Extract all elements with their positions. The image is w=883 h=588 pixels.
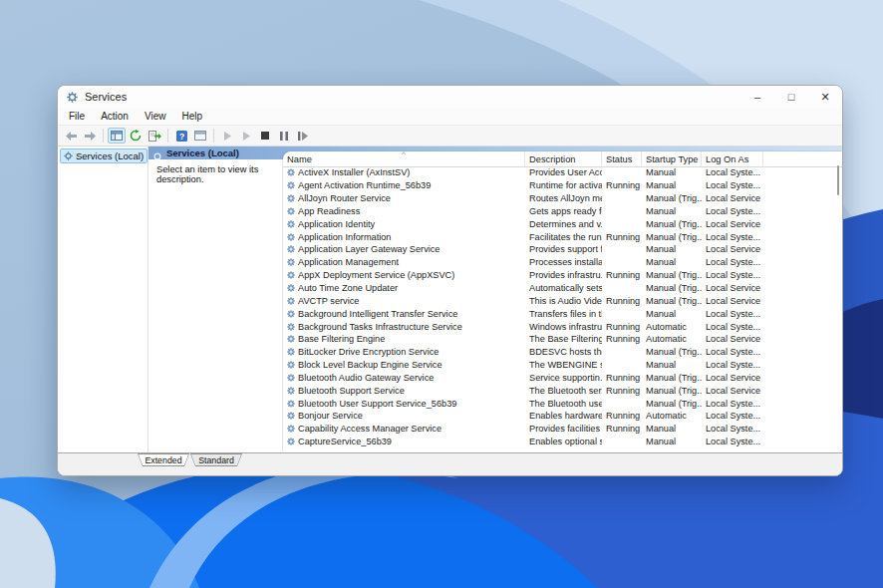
menu-item-file[interactable]: File xyxy=(61,108,93,125)
cell-description: Determines and v... xyxy=(525,219,602,229)
refresh-icon[interactable] xyxy=(127,128,145,144)
cell-name[interactable]: Auto Time Zone Updater xyxy=(283,283,525,293)
table-row[interactable]: Capability Access Manager ServiceProvide… xyxy=(283,423,842,436)
show-console-tree-icon[interactable] xyxy=(108,128,126,144)
cell-startup-type: Manual (Trig... xyxy=(642,270,702,280)
resume-service-icon[interactable] xyxy=(237,128,255,144)
minimize-button[interactable]: – xyxy=(740,86,774,108)
stop-service-icon[interactable] xyxy=(256,128,274,144)
cell-status: Running xyxy=(602,373,642,383)
vertical-scrollbar[interactable] xyxy=(837,165,839,195)
tab-standard[interactable]: Standard xyxy=(190,453,242,466)
table-row[interactable]: ActiveX Installer (AxInstSV)Provides Use… xyxy=(283,166,842,179)
cell-log-on-as: Local Service xyxy=(702,193,763,203)
help-icon[interactable]: ? xyxy=(172,128,190,144)
cell-log-on-as: Local Syste... xyxy=(702,206,763,216)
cell-name[interactable]: Application Information xyxy=(283,232,525,242)
cell-name[interactable]: Block Level Backup Engine Service xyxy=(283,360,525,370)
service-gear-icon xyxy=(287,258,295,266)
table-row[interactable]: AppX Deployment Service (AppXSVC)Provide… xyxy=(283,269,842,282)
cell-name[interactable]: BitLocker Drive Encryption Service xyxy=(283,347,525,357)
menu-item-help[interactable]: Help xyxy=(173,108,210,125)
forward-icon[interactable] xyxy=(81,128,99,144)
table-row[interactable]: CaptureService_56b39Enables optional s..… xyxy=(283,436,842,448)
column-header-description[interactable]: Description xyxy=(525,151,602,166)
column-header-name[interactable]: Name^ xyxy=(283,151,525,166)
cell-log-on-as: Local Syste... xyxy=(702,347,763,357)
tab-extended-label: Extended xyxy=(139,454,188,465)
cell-name[interactable]: ActiveX Installer (AxInstSV) xyxy=(283,167,525,177)
table-row[interactable]: Agent Activation Runtime_56b39Runtime fo… xyxy=(283,179,842,192)
start-service-icon[interactable] xyxy=(218,128,236,144)
services-list-area: Name^DescriptionStatusStartup TypeLog On… xyxy=(283,151,842,452)
tree-item-services-local[interactable]: Services (Local) xyxy=(60,148,147,163)
tab-extended[interactable]: Extended xyxy=(138,453,189,466)
cell-description: Transfers files in th... xyxy=(525,309,602,319)
table-row[interactable]: BitLocker Drive Encryption ServiceBDESVC… xyxy=(283,346,842,359)
cell-description: Routes AllJoyn me... xyxy=(525,193,602,203)
cell-description: BDESVC hosts the ... xyxy=(525,347,602,357)
column-header-startup-type[interactable]: Startup Type xyxy=(642,151,702,166)
cell-name[interactable]: Bluetooth User Support Service_56b39 xyxy=(283,399,525,409)
pause-service-icon[interactable] xyxy=(275,128,293,144)
column-header-status[interactable]: Status xyxy=(602,151,642,166)
cell-status: Running xyxy=(602,411,642,421)
menubar: FileActionViewHelp xyxy=(58,108,842,126)
service-name-label: App Readiness xyxy=(298,206,360,216)
cell-log-on-as: Local Syste... xyxy=(702,309,763,319)
table-row[interactable]: Auto Time Zone UpdaterAutomatically sets… xyxy=(283,282,842,295)
cell-name[interactable]: AVCTP service xyxy=(283,296,525,306)
cell-status: Running xyxy=(602,386,642,396)
cell-name[interactable]: CaptureService_56b39 xyxy=(283,437,525,446)
table-row[interactable]: AllJoyn Router ServiceRoutes AllJoyn me.… xyxy=(283,192,842,205)
cell-name[interactable]: Bonjour Service xyxy=(283,411,525,421)
table-row[interactable]: Application IdentityDetermines and v...M… xyxy=(283,217,842,230)
cell-log-on-as: Local Syste... xyxy=(702,180,763,190)
cell-name[interactable]: Bluetooth Audio Gateway Service xyxy=(283,373,525,383)
cell-name[interactable]: Background Tasks Infrastructure Service xyxy=(283,322,525,332)
table-row[interactable]: Block Level Backup Engine ServiceThe WBE… xyxy=(283,359,842,372)
cell-description: Facilitates the run... xyxy=(525,232,602,242)
table-row[interactable]: Application ManagementProcesses installa… xyxy=(283,256,842,269)
cell-name[interactable]: AppX Deployment Service (AppXSVC) xyxy=(283,270,525,280)
cell-description: Provides facilities ... xyxy=(525,424,602,434)
menu-item-view[interactable]: View xyxy=(137,108,174,125)
table-row[interactable]: Application Layer Gateway ServiceProvide… xyxy=(283,243,842,256)
menu-item-action[interactable]: Action xyxy=(93,108,137,125)
cell-name[interactable]: Bluetooth Support Service xyxy=(283,386,525,396)
cell-name[interactable]: Capability Access Manager Service xyxy=(283,424,525,434)
cell-name[interactable]: Agent Activation Runtime_56b39 xyxy=(283,180,525,190)
table-row[interactable]: Background Tasks Infrastructure ServiceW… xyxy=(283,320,842,333)
cell-name[interactable]: AllJoyn Router Service xyxy=(283,193,525,203)
cell-name[interactable]: Application Management xyxy=(283,257,525,267)
table-row[interactable]: Application InformationFacilitates the r… xyxy=(283,230,842,243)
close-button[interactable]: ✕ xyxy=(808,86,842,108)
pane-header-title: Services (Local) xyxy=(166,147,239,158)
table-row[interactable]: AVCTP serviceThis is Audio Vide...Runnin… xyxy=(283,294,842,307)
export-list-icon[interactable] xyxy=(146,128,163,144)
cell-log-on-as: Local Service xyxy=(702,219,763,229)
cell-startup-type: Manual (Trig... xyxy=(642,296,702,306)
table-row[interactable]: Bluetooth Support ServiceThe Bluetooth s… xyxy=(283,384,842,397)
services-gear-icon xyxy=(67,92,78,103)
table-row[interactable]: App ReadinessGets apps ready fo...Manual… xyxy=(283,205,842,218)
cell-name[interactable]: Base Filtering Engine xyxy=(283,334,525,344)
cell-startup-type: Manual xyxy=(642,424,702,434)
table-row[interactable]: Background Intelligent Transfer ServiceT… xyxy=(283,307,842,320)
table-row[interactable]: Bluetooth User Support Service_56b39The … xyxy=(283,397,842,410)
cell-name[interactable]: App Readiness xyxy=(283,206,525,216)
cell-name[interactable]: Application Identity xyxy=(283,219,525,229)
table-row[interactable]: Bonjour ServiceEnables hardware ...Runni… xyxy=(283,410,842,423)
maximize-button[interactable]: □ xyxy=(774,86,808,108)
cell-status: Running xyxy=(602,334,642,344)
table-row[interactable]: Bluetooth Audio Gateway ServiceService s… xyxy=(283,372,842,385)
properties-window-icon[interactable] xyxy=(191,128,209,144)
cell-name[interactable]: Background Intelligent Transfer Service xyxy=(283,309,525,319)
restart-service-icon[interactable] xyxy=(294,128,312,144)
cell-name[interactable]: Application Layer Gateway Service xyxy=(283,244,525,254)
svg-text:?: ? xyxy=(178,131,183,141)
titlebar[interactable]: Services – □ ✕ xyxy=(58,86,842,108)
back-icon[interactable] xyxy=(62,128,80,144)
column-header-log-on-as[interactable]: Log On As xyxy=(702,151,763,166)
table-row[interactable]: Base Filtering EngineThe Base Filtering … xyxy=(283,333,842,346)
